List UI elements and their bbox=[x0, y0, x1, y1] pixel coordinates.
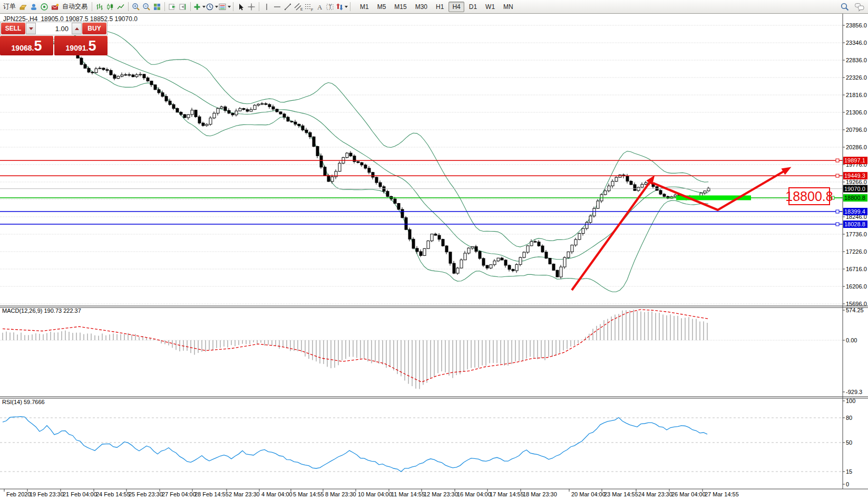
arrows-dropdown-caret[interactable] bbox=[345, 6, 348, 8]
line-handle[interactable] bbox=[836, 210, 839, 213]
svg-text:19070.0: 19070.0 bbox=[844, 186, 865, 192]
volume-increase-button[interactable] bbox=[72, 23, 82, 34]
horizontal-line-tool-button[interactable] bbox=[272, 2, 282, 12]
cursor-arrow-icon bbox=[237, 3, 245, 11]
rsi-pane: RSI(14) 59.76661008050150 bbox=[0, 398, 855, 487]
horizontal-line-icon bbox=[273, 3, 281, 11]
signals-button[interactable] bbox=[39, 2, 50, 12]
periods-button[interactable] bbox=[206, 2, 218, 12]
accounts-button[interactable] bbox=[28, 2, 39, 12]
chat-button[interactable] bbox=[854, 2, 865, 12]
volume-input[interactable] bbox=[36, 22, 72, 35]
svg-text:25 Feb 23:30: 25 Feb 23:30 bbox=[129, 491, 163, 497]
svg-text:22836.0: 22836.0 bbox=[846, 57, 867, 63]
history-center-button[interactable] bbox=[18, 2, 28, 12]
sell-price-display[interactable]: 19068.5 bbox=[0, 36, 53, 55]
chat-bubbles-icon bbox=[854, 2, 865, 12]
fibonacci-tool-button[interactable]: F bbox=[304, 2, 314, 12]
svg-text:T: T bbox=[329, 4, 332, 9]
sell-button[interactable]: SELL bbox=[1, 23, 25, 34]
auto-trading-button[interactable]: 自动交易 bbox=[60, 2, 90, 11]
candle-chart-mode-button[interactable] bbox=[105, 2, 115, 12]
svg-text:19449.3: 19449.3 bbox=[844, 172, 865, 179]
svg-text:18800.8: 18800.8 bbox=[844, 195, 865, 201]
line-handle[interactable] bbox=[836, 174, 839, 177]
svg-text:17226.0: 17226.0 bbox=[846, 248, 867, 255]
timeframe-W1[interactable]: W1 bbox=[482, 2, 499, 12]
trendline-icon bbox=[284, 3, 292, 11]
tile-windows-button[interactable] bbox=[152, 2, 162, 12]
chart-shift-button[interactable] bbox=[178, 2, 188, 12]
text-icon: A bbox=[315, 3, 324, 11]
timeframe-M30[interactable]: M30 bbox=[412, 2, 431, 12]
horizontal-level-lines[interactable] bbox=[0, 159, 843, 226]
svg-text:20796.0: 20796.0 bbox=[846, 127, 867, 133]
volume-decrease-button[interactable] bbox=[26, 23, 36, 34]
svg-text:16 Mar 04:00: 16 Mar 04:00 bbox=[457, 491, 491, 497]
templates-button[interactable] bbox=[218, 2, 231, 12]
auto-scroll-icon bbox=[168, 3, 177, 11]
svg-text:50: 50 bbox=[846, 439, 852, 446]
triangle-up-icon bbox=[75, 27, 79, 30]
zoom-out-icon bbox=[142, 3, 151, 11]
account-person-icon bbox=[30, 3, 38, 11]
svg-text:28 Feb 14:55: 28 Feb 14:55 bbox=[194, 491, 229, 497]
svg-text:0.00: 0.00 bbox=[846, 337, 857, 343]
template-icon bbox=[218, 3, 227, 11]
autotrade-mailbox-button[interactable] bbox=[50, 2, 60, 12]
svg-text:21306.0: 21306.0 bbox=[846, 109, 867, 116]
equidistant-channel-icon: E bbox=[294, 3, 303, 11]
timeframe-H1[interactable]: H1 bbox=[432, 2, 447, 12]
svg-text:18399.4: 18399.4 bbox=[844, 208, 865, 215]
channel-tool-button[interactable]: E bbox=[293, 2, 304, 12]
price-callout[interactable]: 18800.8 bbox=[785, 188, 843, 205]
bar-chart-mode-button[interactable] bbox=[94, 2, 105, 12]
timeframe-M1[interactable]: M1 bbox=[356, 2, 373, 12]
timeframe-M5[interactable]: M5 bbox=[374, 2, 390, 12]
timeframe-M15[interactable]: M15 bbox=[391, 2, 410, 12]
zoom-out-button[interactable] bbox=[141, 2, 152, 12]
ohlc-bars-icon bbox=[95, 3, 104, 11]
arrows-tool-button[interactable] bbox=[335, 2, 348, 12]
text-tool-button[interactable]: A bbox=[314, 2, 325, 12]
trend-arrows[interactable] bbox=[572, 167, 791, 290]
vertical-line-tool-button[interactable] bbox=[261, 2, 272, 12]
line-handle[interactable] bbox=[836, 223, 839, 226]
svg-text:18800.8: 18800.8 bbox=[785, 189, 833, 204]
line-handle[interactable] bbox=[836, 159, 839, 162]
timeframe-D1[interactable]: D1 bbox=[465, 2, 481, 12]
line-chart-icon bbox=[116, 3, 125, 11]
trendline-tool-button[interactable] bbox=[282, 2, 293, 12]
signal-broadcast-icon bbox=[40, 3, 48, 11]
indicators-button[interactable] bbox=[193, 2, 206, 12]
timeframe-H4[interactable]: H4 bbox=[448, 2, 464, 12]
label-tool-button[interactable]: T bbox=[325, 2, 335, 12]
gold-book-icon bbox=[19, 3, 27, 11]
line-chart-mode-button[interactable] bbox=[115, 2, 126, 12]
macd-pane: MACD(12,26,9) 190.73 222.37574.250.00-92… bbox=[0, 307, 864, 395]
crosshair-tool-button[interactable] bbox=[246, 2, 257, 12]
fibonacci-icon: F bbox=[304, 3, 314, 11]
buy-price-display[interactable]: 19091.5 bbox=[54, 36, 108, 55]
new-order-button[interactable]: 订单 bbox=[1, 2, 18, 11]
svg-text:21 Feb 04:00: 21 Feb 04:00 bbox=[63, 491, 97, 497]
triangle-down-icon bbox=[29, 27, 33, 30]
buy-button[interactable]: BUY bbox=[82, 23, 106, 34]
templates-dropdown-caret[interactable] bbox=[228, 6, 231, 8]
text-label-icon: T bbox=[326, 3, 334, 11]
zoom-in-button[interactable] bbox=[131, 2, 141, 12]
svg-text:16206.0: 16206.0 bbox=[846, 283, 867, 290]
cursor-tool-button[interactable] bbox=[236, 2, 246, 12]
svg-text:19897.1: 19897.1 bbox=[844, 157, 865, 164]
svg-text:E: E bbox=[300, 7, 303, 11]
timeframe-MN[interactable]: MN bbox=[500, 2, 517, 12]
svg-text:20 Mar 04:00: 20 Mar 04:00 bbox=[571, 491, 606, 497]
bollinger-bands bbox=[52, 28, 708, 292]
svg-text:8 Mar 23:30: 8 Mar 23:30 bbox=[325, 491, 356, 497]
auto-scroll-button[interactable] bbox=[167, 2, 178, 12]
svg-text:22326.0: 22326.0 bbox=[846, 74, 867, 81]
search-button[interactable] bbox=[840, 2, 850, 12]
price-gridlines bbox=[0, 25, 843, 304]
one-click-trading-panel: SELL BUY 19068.5 19091.5 bbox=[0, 22, 108, 55]
svg-text:23346.0: 23346.0 bbox=[846, 40, 867, 46]
